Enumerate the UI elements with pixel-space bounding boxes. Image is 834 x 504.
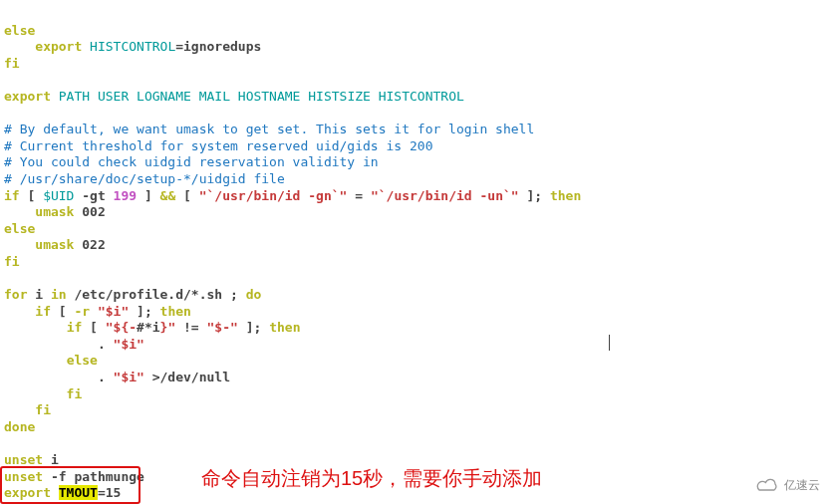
comment: # Current threshold for system reserved … [4,138,432,153]
annotation-text: 命令自动注销为15秒，需要你手动添加 [201,470,542,487]
code-viewport: else export HISTCONTROL=ignoredups fi ex… [4,6,581,504]
kw-export: export [35,39,90,54]
text-cursor-icon [609,335,610,351]
comment: # You could check uidgid reservation val… [4,154,379,169]
watermark: 亿速云 [755,477,820,494]
kw-else: else [4,23,35,38]
comment: # /usr/share/doc/setup-*/uidgid file [4,171,285,186]
highlight-box [0,466,140,504]
cloud-icon [755,478,781,494]
kw-fi: fi [4,56,20,71]
watermark-label: 亿速云 [784,477,820,494]
comment: # By default, we want umask to get set. … [4,122,534,136]
kw-export: export [4,89,59,104]
